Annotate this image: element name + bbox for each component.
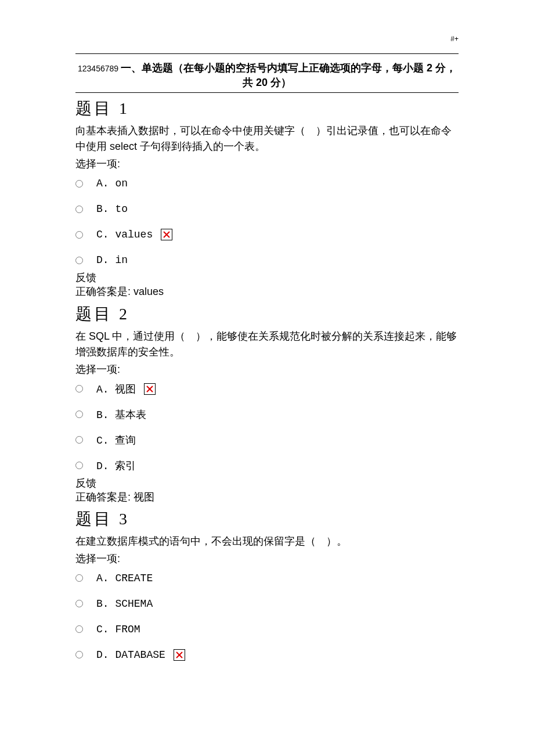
option-label: D. in: [96, 254, 128, 266]
radio-wrapper: [75, 180, 88, 188]
broken-image-icon: [161, 229, 172, 240]
section-title: 123456789 一、单选题（在每小题的空括号内填写上正确选项的字母，每小题 …: [75, 61, 459, 90]
option-label: D. DATABASE: [96, 649, 165, 661]
feedback-answer: 正确答案是: values: [75, 285, 459, 299]
option-radio[interactable]: [75, 411, 83, 418]
option-label: D. 索引: [96, 459, 136, 473]
question-text: 在建立数据库模式的语句中，不会出现的保留字是（ ）。: [75, 534, 459, 549]
option-radio[interactable]: [75, 625, 83, 633]
option-radio[interactable]: [75, 231, 83, 239]
option-row: B. SCHEMA: [75, 597, 459, 611]
option-label: C. 查询: [96, 433, 136, 447]
questions-container: 题目 1向基本表插入数据时，可以在命令中使用关键字（ ）引出记录值，也可以在命令…: [75, 98, 459, 661]
radio-wrapper: [75, 231, 88, 239]
radio-wrapper: [75, 257, 88, 264]
option-radio[interactable]: [75, 436, 83, 444]
broken-image-icon: [144, 383, 156, 395]
option-radio[interactable]: [75, 462, 83, 469]
broken-image-icon: [174, 649, 185, 661]
select-prompt: 选择一项:: [75, 157, 459, 171]
feedback-label: 反馈: [75, 271, 459, 285]
question-heading: 题目 1: [75, 98, 459, 120]
question-block: 题目 1向基本表插入数据时，可以在命令中使用关键字（ ）引出记录值，也可以在命令…: [75, 98, 459, 299]
option-label: C. values: [96, 229, 153, 240]
header-marker: #+: [75, 35, 459, 43]
option-radio[interactable]: [75, 574, 83, 582]
question-heading: 题目 2: [75, 303, 459, 325]
question-block: 题目 3在建立数据库模式的语句中，不会出现的保留字是（ ）。选择一项:A. CR…: [75, 508, 459, 662]
option-row: C. values: [75, 228, 459, 242]
section-title-line1: 一、单选题（在每小题的空括号内填写上正确选项的字母，每小题 2 分，: [121, 62, 456, 74]
option-radio[interactable]: [75, 180, 83, 188]
radio-wrapper: [75, 625, 88, 633]
top-divider: [75, 53, 459, 54]
option-label: A. CREATE: [96, 573, 153, 584]
section-prefix: 123456789: [78, 64, 121, 73]
radio-wrapper: [75, 206, 88, 213]
radio-wrapper: [75, 385, 88, 393]
radio-wrapper: [75, 436, 88, 444]
option-row: B. to: [75, 202, 459, 216]
option-row: A. CREATE: [75, 571, 459, 585]
option-radio[interactable]: [75, 385, 83, 393]
radio-wrapper: [75, 411, 88, 418]
radio-wrapper: [75, 651, 88, 658]
option-radio[interactable]: [75, 206, 83, 213]
option-label: B. SCHEMA: [96, 598, 153, 610]
option-row: C. FROM: [75, 622, 459, 636]
option-radio[interactable]: [75, 257, 83, 264]
option-label: C. FROM: [96, 624, 140, 635]
option-row: D. 索引: [75, 459, 459, 473]
option-radio[interactable]: [75, 600, 83, 607]
select-prompt: 选择一项:: [75, 362, 459, 376]
radio-wrapper: [75, 462, 88, 469]
option-row: B. 基本表: [75, 408, 459, 422]
option-label: B. to: [96, 203, 128, 215]
question-heading: 题目 3: [75, 508, 459, 530]
option-row: D. DATABASE: [75, 648, 459, 662]
option-radio[interactable]: [75, 651, 83, 658]
question-text: 向基本表插入数据时，可以在命令中使用关键字（ ）引出记录值，也可以在命令中使用 …: [75, 123, 459, 154]
feedback-label: 反馈: [75, 476, 459, 490]
radio-wrapper: [75, 574, 88, 582]
option-row: A. on: [75, 177, 459, 190]
feedback-answer: 正确答案是: 视图: [75, 490, 459, 505]
question-text: 在 SQL 中，通过使用（ ），能够使在关系规范化时被分解的关系连接起来，能够增…: [75, 329, 459, 360]
option-label: A. on: [96, 178, 128, 189]
question-block: 题目 2在 SQL 中，通过使用（ ），能够使在关系规范化时被分解的关系连接起来…: [75, 303, 459, 505]
select-prompt: 选择一项:: [75, 552, 459, 566]
option-label: B. 基本表: [96, 408, 146, 422]
section-title-line2: 共 20 分）: [243, 77, 291, 88]
radio-wrapper: [75, 600, 88, 607]
option-row: A. 视图: [75, 382, 459, 396]
option-row: C. 查询: [75, 433, 459, 447]
section-divider: [75, 92, 459, 93]
option-row: D. in: [75, 253, 459, 267]
option-label: A. 视图: [96, 382, 136, 396]
